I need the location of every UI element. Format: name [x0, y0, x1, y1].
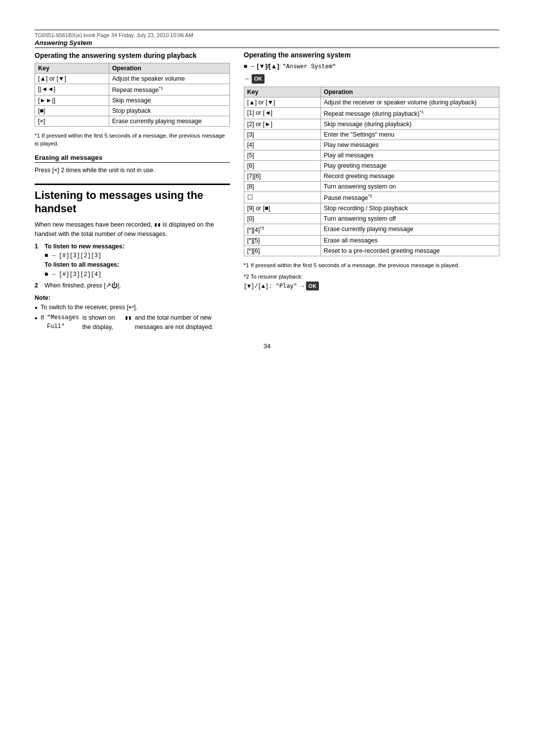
- big-section: Listening to messages using the handset …: [35, 184, 230, 332]
- key-cell: [5]: [244, 150, 320, 160]
- ok-button-footnote: OK: [306, 282, 319, 291]
- op-cell: Erase all messages: [320, 236, 499, 246]
- key-cell: [3]: [244, 129, 320, 140]
- ok-button-symbol: OK: [252, 74, 265, 84]
- erasing-heading: Erasing all messages: [35, 154, 230, 163]
- left-col-heading: Operating the answering system during pl…: [35, 51, 230, 60]
- key-cell: [*][6]: [244, 246, 320, 256]
- playback-table-key-header: Key: [35, 63, 109, 74]
- op-cell: Skip message (during playback): [320, 119, 499, 129]
- erasing-text: Press [×] 2 times while the unit is not …: [35, 166, 230, 175]
- key-cell: [0]: [244, 214, 320, 224]
- left-footnote1: *1 If pressed within the first 5 seconds…: [35, 132, 230, 147]
- table-row: [×]Erase currently playing message: [35, 116, 230, 127]
- left-column: Operating the answering system during pl…: [35, 51, 230, 333]
- step-1-seq-new: ■ → [#][3][2][3]: [44, 252, 101, 259]
- table-row: [6]Play greeting message: [244, 160, 499, 171]
- playback-table-op-header: Operation: [109, 63, 229, 74]
- table-row: [0]Turn answering system off: [244, 214, 499, 224]
- key-cell: [►►|]: [35, 95, 109, 106]
- key-cell: [6]: [244, 160, 320, 171]
- step-2-num: 2: [35, 281, 42, 290]
- key-cell: [▲] or [▼]: [35, 74, 109, 84]
- key-cell: [7][6]: [244, 171, 320, 181]
- table-row: [*][6]Reset to a pre-recorded greeting m…: [244, 246, 499, 256]
- op-cell: Repeat message (during playback)*1: [320, 107, 499, 119]
- header-bar: TG6551-6561BX(e).book Page 34 Friday, Ju…: [35, 30, 499, 38]
- op-cell: Adjust the speaker volume: [109, 74, 229, 84]
- op-cell: Erase currently playing message: [320, 224, 499, 236]
- step-1: 1 To listen to new messages: ■ → [#][3][…: [35, 242, 230, 280]
- table-row: [1] or [◄]Repeat message (during playbac…: [244, 107, 499, 119]
- note-section: Note: To switch to the receiver, press […: [35, 293, 230, 332]
- key-cell: [2] or [►]: [244, 119, 320, 129]
- big-section-body: When new messages have been recorded, ▮▮…: [35, 220, 230, 239]
- answering-system-table: Key Operation [▲] or [▼]Adjust the recei…: [244, 87, 499, 256]
- right-column: Operating the answering system ■ → [▼]/[…: [244, 51, 499, 333]
- right-footnote1: *1 If pressed within the first 5 seconds…: [244, 261, 499, 270]
- step-1-seq-all: ■ → [#][3][2][4]: [44, 271, 101, 278]
- key-cell: [*][4]*3: [244, 224, 320, 236]
- key-cell: [1] or [◄]: [244, 107, 320, 119]
- note-bullets: To switch to the receiver, press [↩]. If…: [35, 303, 230, 332]
- erasing-section: Erasing all messages Press [×] 2 times w…: [35, 154, 230, 175]
- table-row: [|◄◄]Repeat message*1: [35, 84, 230, 95]
- table-row: [8]Turn answering system on: [244, 181, 499, 191]
- right-footnote2-text: *2 To resume playback:: [244, 274, 303, 280]
- op-cell: Play new messages: [320, 140, 499, 150]
- table-row: [3]Enter the "Settings" menu: [244, 129, 499, 140]
- op-cell: Stop recording / Stop playback: [320, 203, 499, 214]
- key-cell: [8]: [244, 181, 320, 191]
- table-row: [▲] or [▼]Adjust the speaker volume: [35, 74, 230, 84]
- op-cell: Play greeting message: [320, 160, 499, 171]
- key-cell: ☐: [244, 191, 320, 203]
- key-cell: [×]: [35, 116, 109, 127]
- key-cell: [9] or [■]: [244, 203, 320, 214]
- menu-line2: → OK: [244, 74, 499, 84]
- table-row: [*][5]Erase all messages: [244, 236, 499, 246]
- note-bullet-2: If "Messages Full" is shown on the displ…: [35, 313, 230, 332]
- step-1-content: To listen to new messages: ■ → [#][3][2]…: [44, 242, 125, 280]
- op-cell: Turn answering system off: [320, 214, 499, 224]
- key-cell: [▲] or [▼]: [244, 97, 320, 107]
- header-file-info: TG6551-6561BX(e).book Page 34 Friday, Ju…: [35, 32, 193, 38]
- key-cell: [■]: [35, 106, 109, 116]
- step-1-label-new: To listen to new messages:: [44, 243, 125, 250]
- op-cell: Erase currently playing message: [109, 116, 229, 127]
- right-table-key-header: Key: [244, 87, 320, 97]
- table-row: ☐Pause message*2: [244, 191, 499, 203]
- op-cell: Repeat message*1: [109, 84, 229, 95]
- step-2-content: When finished, press [↗⏻].: [44, 281, 121, 290]
- table-row: [■]Stop playback: [35, 106, 230, 116]
- playback-table: Key Operation [▲] or [▼]Adjust the speak…: [35, 63, 230, 127]
- table-row: [*][4]*3Erase currently playing message: [244, 224, 499, 236]
- key-cell: [4]: [244, 140, 320, 150]
- right-footnote2: *2 To resume playback: [▼]/[▲]: "Play" →…: [244, 273, 499, 290]
- op-cell: Enter the "Settings" menu: [320, 129, 499, 140]
- table-row: [►►|]Skip message: [35, 95, 230, 106]
- table-row: [4]Play new messages: [244, 140, 499, 150]
- section-label: Answering System: [35, 39, 499, 48]
- menu-icon: ■: [244, 63, 247, 70]
- op-cell: Skip message: [109, 95, 229, 106]
- key-cell: [|◄◄]: [35, 84, 109, 95]
- right-footnote2b: [▼]/[▲]: "Play" →: [244, 283, 305, 290]
- page-number: 34: [35, 342, 499, 350]
- op-cell: Pause message*2: [320, 191, 499, 203]
- two-column-layout: Operating the answering system during pl…: [35, 51, 499, 333]
- step-1-num: 1: [35, 242, 42, 280]
- page-container: TG6551-6561BX(e).book Page 34 Friday, Ju…: [0, 0, 534, 756]
- note-label: Note:: [35, 293, 230, 303]
- step-2: 2 When finished, press [↗⏻].: [35, 281, 230, 290]
- op-cell: Stop playback: [109, 106, 229, 116]
- op-cell: Record greeting message: [320, 171, 499, 181]
- step-1-label-all: To listen to all messages:: [44, 261, 119, 268]
- big-heading: Listening to messages using the handset: [35, 189, 230, 215]
- op-cell: Play all messages: [320, 150, 499, 160]
- table-row: [2] or [►]Skip message (during playback): [244, 119, 499, 129]
- steps-list: 1 To listen to new messages: ■ → [#][3][…: [35, 242, 230, 290]
- menu-line1: ■ → [▼]/[▲]: "Answer System": [244, 62, 499, 71]
- right-col-heading: Operating the answering system: [244, 51, 499, 59]
- op-cell: Adjust the receiver or speaker volume (d…: [320, 97, 499, 107]
- op-cell: Turn answering system on: [320, 181, 499, 191]
